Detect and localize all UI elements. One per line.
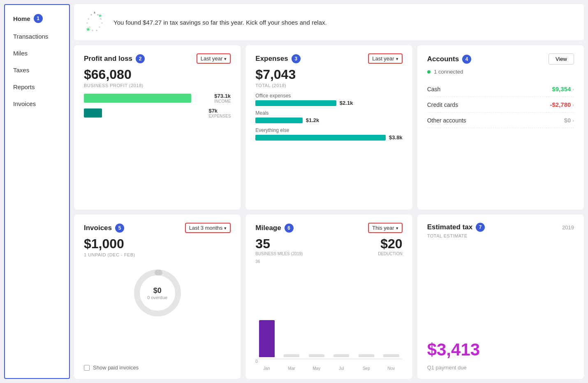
accounts-badge: 4 [462,55,471,64]
profit-loss-card: Profit and loss 2 Last year $66,080 BUSI… [74,45,241,210]
mileage-miles: 35 [255,236,303,251]
show-paid-checkbox[interactable] [84,365,90,371]
estimated-tax-total-label: TOTAL ESTIMATE [427,233,574,238]
svg-point-4 [88,18,89,20]
income-label: INCOME [214,99,231,104]
cash-row: Cash $9,354 › [427,81,574,97]
expenses-value: $7k [208,108,231,114]
connected-dot-icon [427,70,431,74]
mileage-stats: 35 BUSINESS MILES (2019) $20 DEDUCTION [255,236,402,256]
income-bar [84,94,191,103]
chevron-down-icon [396,225,398,231]
svg-text:★: ★ [86,26,91,32]
expenses-bar-container [84,108,204,118]
sidebar-item-label: Transactions [13,33,48,40]
invoices-badge: 5 [115,224,124,233]
donut-label: 0 overdue [147,295,167,300]
income-bar-row: $73.1k INCOME [84,93,231,104]
expenses-title: Expenses [255,55,288,63]
other-accounts-label: Other accounts [427,117,564,124]
invoices-period-selector[interactable]: Last 3 months [185,223,231,233]
bar-may [305,354,328,357]
bar-sep-fill [359,354,374,357]
expenses-period-selector[interactable]: Last year [368,53,402,64]
accounts-title: Accounts [427,55,459,63]
everything-else-row: Everything else $3.8k [255,127,402,141]
sidebar-item-home[interactable]: Home 1 [5,9,69,28]
cash-amount: $9,354 [552,85,571,92]
credit-cards-row: Credit cards -$2,780 › [427,97,574,113]
credit-arrow-icon: › [572,102,574,107]
estimated-tax-due: Q1 payment due [427,365,574,371]
firework-icon: ★ ★ [82,10,107,35]
income-bar-container [84,94,210,103]
chevron-down-icon [224,225,227,231]
sidebar-item-invoices[interactable]: Invoices [5,95,69,112]
bar-nov [380,354,403,357]
svg-point-7 [101,22,103,24]
view-button[interactable]: View [549,53,574,65]
sidebar-item-reports[interactable]: Reports [5,78,69,95]
mileage-title: Mileage [255,224,281,232]
invoices-amount-label: 1 UNPAID (Dec - Feb) [84,252,231,257]
meals-bar [255,118,302,123]
office-expenses-label: Office expenses [255,93,402,99]
sidebar-item-miles[interactable]: Miles [5,45,69,62]
profit-loss-header: Profit and loss 2 Last year [84,53,231,64]
bar-mar [280,354,303,357]
estimated-tax-year: 2019 [562,224,574,231]
mileage-card: Mileage 6 This year 35 BUSINESS MILES (2… [245,215,412,379]
meals-row: Meals $1.2k [255,110,402,123]
everything-else-label: Everything else [255,127,402,133]
dashboard-grid: Profit and loss 2 Last year $66,080 BUSI… [74,45,584,379]
profit-loss-badge: 2 [136,54,145,63]
donut-amount: $0 [147,286,167,295]
bar-nov-fill [383,354,399,357]
mileage-badge: 6 [285,224,294,233]
sidebar-item-taxes[interactable]: Taxes [5,62,69,78]
estimated-tax-badge: 7 [476,223,485,232]
month-label-mar: Mar [280,366,303,371]
expenses-bar-row: $7k EXPENSES [84,108,231,118]
profit-loss-title: Profit and loss [84,55,132,63]
chevron-down-icon [224,55,227,62]
show-paid-row: Show paid invoices [84,365,231,371]
invoices-card: Invoices 5 Last 3 months $1,000 1 UNPAID… [74,215,241,379]
sidebar-item-transactions[interactable]: Transactions [5,28,69,45]
chevron-down-icon [396,55,398,62]
bar-chart-area [255,265,402,359]
bar-mar-fill [284,354,299,357]
svg-point-11 [96,30,97,31]
everything-else-bar [255,135,386,141]
month-label-jul: Jul [330,366,353,371]
header-banner: ★ ★ You found $47.27 in tax savings so f… [74,4,584,40]
expenses-amount-label: TOTAL (2018) [255,83,402,88]
estimated-tax-header: Estimated tax 7 2019 [427,223,574,232]
svg-point-1 [94,12,95,13]
estimated-tax-title: Estimated tax [427,223,473,231]
sidebar-item-label: Invoices [13,100,36,107]
other-accounts-amount: $0 [564,117,571,124]
everything-else-value: $3.8k [389,134,403,141]
mileage-miles-label: BUSINESS MILES (2019) [255,251,303,256]
cash-label: Cash [427,86,552,92]
cash-arrow-icon: › [572,87,574,92]
show-paid-label: Show paid invoices [93,365,139,371]
credit-cards-amount: -$2,780 [550,101,571,108]
donut-chart-container: $0 0 overdue [84,266,231,320]
svg-point-2 [90,14,92,16]
y-min-label: 0 [255,359,402,364]
expenses-header: Expenses 3 Last year [255,53,402,64]
credit-cards-label: Credit cards [427,102,550,108]
invoices-header: Invoices 5 Last 3 months [84,223,231,233]
expenses-card: Expenses 3 Last year $7,043 TOTAL (2018)… [245,45,412,210]
donut-center-text: $0 0 overdue [147,286,167,300]
bar-may-fill [309,354,324,357]
svg-point-10 [92,30,93,31]
profit-loss-period-selector[interactable]: Last year [197,53,231,64]
mileage-period-selector[interactable]: This year [368,223,402,233]
bar-jan [255,320,278,357]
invoices-title: Invoices [84,224,112,232]
meals-value: $1.2k [306,117,319,123]
main-content: ★ ★ You found $47.27 in tax savings so f… [70,0,588,383]
